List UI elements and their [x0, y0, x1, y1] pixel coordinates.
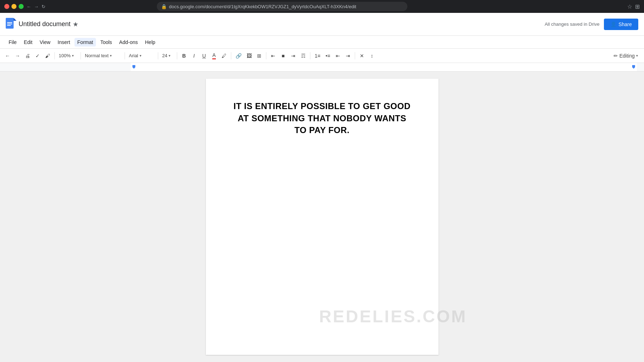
zoom-chevron: ▾ [72, 54, 74, 58]
spellcheck-button[interactable]: ✓ [33, 51, 42, 61]
menu-file[interactable]: File [6, 38, 20, 47]
size-value: 24 [162, 53, 167, 58]
svg-rect-0 [6, 18, 14, 29]
svg-rect-3 [7, 24, 12, 24]
browser-bar: ← → ↻ 🔒 docs.google.com/document/d/1tgXr… [0, 0, 644, 13]
divider-7 [266, 52, 266, 59]
image-button[interactable]: 🖼 [244, 51, 254, 61]
style-chevron: ▾ [110, 54, 112, 58]
docs-logo [6, 18, 16, 31]
share-icon: 👤 [610, 21, 616, 27]
divider-1 [54, 52, 55, 59]
menu-insert[interactable]: Insert [55, 38, 73, 47]
ruler-marker-right[interactable] [632, 65, 635, 69]
print-button[interactable]: 🖨 [23, 51, 32, 61]
menu-help[interactable]: Help [142, 38, 158, 47]
header-right: All changes saved in Drive 👤 Share [544, 19, 638, 30]
table-button[interactable]: ⊞ [255, 51, 264, 61]
back-btn[interactable]: ← [26, 4, 31, 9]
align-center-button[interactable]: ■ [279, 51, 288, 61]
font-chevron: ▾ [140, 54, 141, 58]
align-left-button[interactable]: ⇤ [268, 51, 278, 61]
ruler [0, 63, 644, 72]
indent-decrease-button[interactable]: ⇤ [333, 51, 343, 61]
size-chevron: ▾ [169, 54, 170, 58]
divider-4 [158, 52, 158, 59]
app-header: Untitled document ★ All changes saved in… [0, 13, 644, 36]
align-right-button[interactable]: ⇥ [289, 51, 298, 61]
bookmark-icon[interactable]: ☆ [627, 3, 632, 10]
doc-area: IT IS ENTIRELY POSSIBLE TO GET GOOD AT S… [0, 72, 644, 362]
svg-rect-4 [7, 25, 11, 26]
grid-icon[interactable]: ⊞ [635, 3, 640, 10]
highlight-button[interactable]: 🖊 [219, 51, 229, 61]
font-select[interactable]: Arial ▾ [127, 51, 156, 61]
editing-chevron: ▾ [636, 54, 638, 58]
ruler-content [131, 63, 637, 71]
divider-3 [125, 52, 125, 59]
bold-button[interactable]: B [179, 51, 189, 61]
zoom-value: 100% [59, 53, 71, 58]
highlight-icon: 🖊 [222, 53, 227, 59]
menu-tools[interactable]: Tools [97, 38, 115, 47]
redo-button[interactable]: → [13, 51, 22, 61]
zoom-select[interactable]: 100% ▾ [57, 51, 78, 61]
editing-mode-button[interactable]: ✏ Editing ▾ [610, 51, 641, 60]
style-select[interactable]: Normal text ▾ [83, 51, 122, 61]
divider-5 [177, 52, 177, 59]
menu-bar: File Edit View Insert Format Tools Add-o… [0, 36, 644, 49]
textcolor-icon: A [212, 52, 216, 59]
save-status: All changes saved in Drive [544, 21, 599, 27]
underline-button[interactable]: U [199, 51, 209, 61]
clear-format-button[interactable]: ✕ [357, 51, 367, 61]
ruler-marker-left[interactable] [132, 65, 135, 69]
svg-rect-2 [7, 22, 12, 23]
undo-button[interactable]: ← [3, 51, 12, 61]
doc-content[interactable]: IT IS ENTIRELY POSSIBLE TO GET GOOD AT S… [232, 100, 413, 136]
paintformat-button[interactable]: 🖌 [43, 51, 52, 61]
menu-format[interactable]: Format [74, 38, 96, 47]
textcolor-button[interactable]: A [209, 51, 219, 61]
size-select[interactable]: 24 ▾ [160, 51, 175, 61]
share-button[interactable]: 👤 Share [604, 19, 638, 30]
browser-close[interactable] [4, 4, 9, 9]
browser-maximize[interactable] [19, 4, 24, 9]
pencil-icon: ✏ [614, 53, 618, 59]
browser-controls [4, 4, 24, 9]
browser-minimize[interactable] [11, 4, 16, 9]
divider-6 [231, 52, 231, 59]
doc-title[interactable]: Untitled document [19, 20, 71, 28]
link-button[interactable]: 🔗 [233, 51, 244, 61]
font-value: Arial [129, 53, 138, 58]
share-label: Share [619, 21, 632, 27]
underline-label: U [202, 53, 206, 59]
divider-9 [355, 52, 355, 59]
style-value: Normal text [85, 53, 108, 58]
doc-page[interactable]: IT IS ENTIRELY POSSIBLE TO GET GOOD AT S… [206, 79, 439, 355]
reload-btn[interactable]: ↻ [42, 4, 45, 9]
svg-marker-1 [14, 18, 16, 21]
unordered-list-button[interactable]: •≡ [323, 51, 333, 61]
forward-btn[interactable]: → [34, 4, 39, 9]
star-icon[interactable]: ★ [73, 20, 78, 28]
address-bar[interactable]: 🔒 docs.google.com/document/d/1tgXrqKkekb… [157, 2, 407, 11]
line-spacing-button[interactable]: ↕ [367, 51, 377, 61]
menu-addons[interactable]: Add-ons [116, 38, 141, 47]
editing-label: Editing [619, 53, 635, 59]
italic-button[interactable]: I [189, 51, 199, 61]
lock-icon: 🔒 [161, 4, 167, 9]
watermark: REDELIES.COM [319, 307, 467, 326]
toolbar: ← → 🖨 ✓ 🖌 100% ▾ Normal text ▾ Arial ▾ 2… [0, 49, 644, 63]
align-justify-button[interactable]: ☶ [299, 51, 308, 61]
ordered-list-button[interactable]: 1≡ [313, 51, 323, 61]
divider-8 [310, 52, 310, 59]
url-text: docs.google.com/document/d/1tgXrqKkekbOW… [169, 4, 356, 9]
menu-view[interactable]: View [37, 38, 53, 47]
divider-2 [81, 52, 81, 59]
menu-edit[interactable]: Edit [21, 38, 35, 47]
indent-increase-button[interactable]: ⇥ [343, 51, 353, 61]
